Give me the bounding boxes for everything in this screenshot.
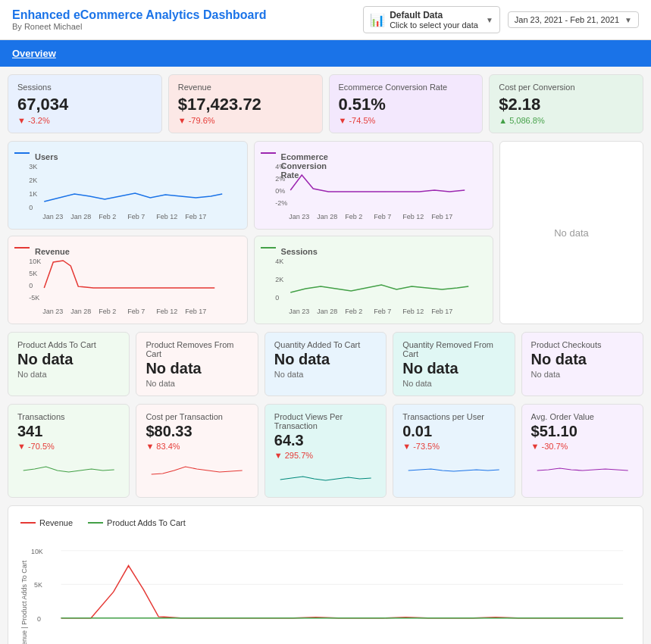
svg-text:Feb 2: Feb 2: [345, 213, 362, 220]
page-title: Enhanced eCommerce Analytics Dashboard: [12, 8, 267, 22]
cart-qty-removed-label: Quantity Removed From Cart: [402, 340, 505, 358]
sessions-chart-title: Sessions: [281, 247, 296, 249]
svg-text:Jan 23: Jan 23: [289, 213, 309, 220]
cost-per-transaction-value: $80.33: [146, 423, 248, 440]
svg-text:0: 0: [37, 615, 41, 623]
cost-per-conversion-value: $2.18: [499, 95, 634, 114]
avg-order-value-change: ▼ -30.7%: [531, 442, 634, 451]
trans-avg-order-value: Avg. Order Value $51.10 ▼ -30.7%: [521, 404, 643, 498]
svg-text:10K: 10K: [29, 258, 41, 265]
conversion-rate-change: ▼ -74.5%: [339, 116, 474, 125]
conversion-chart-title: Ecommerce Conversion Rate: [281, 152, 296, 154]
revenue-chart-svg: 10K 5K 0 -5K Jan 23 Jan 28 Feb 2 Feb 7 F…: [14, 255, 241, 315]
legend-product-adds: Product Adds To Cart: [88, 518, 186, 527]
svg-text:Feb 12: Feb 12: [402, 213, 424, 220]
cart-checkouts-value: No data: [531, 351, 634, 368]
trans-transactions: Transactions 341 ▼ -70.5%: [8, 404, 130, 498]
bottom-chart-inner: 10K 5K 0 -5K Jan 23 Jan 25 Jan 27 Jan 29…: [31, 535, 631, 644]
svg-text:0: 0: [275, 294, 279, 302]
revenue-change: ▼ -79.6%: [178, 116, 313, 125]
data-source-label: Default Data: [390, 10, 478, 20]
data-source-sublabel: Click to select your data: [390, 20, 478, 30]
revenue-legend-label: Revenue: [39, 518, 73, 527]
header-right: 📊 Default Data Click to select your data…: [363, 6, 639, 33]
nav-bar: Overview: [0, 40, 651, 67]
revenue-chart-line-icon: [14, 247, 30, 249]
users-chart-svg: 3K 2K 1K 0 Jan 23 Jan 28 Feb 2 Feb 7 Feb…: [14, 160, 241, 220]
svg-text:Jan 28: Jan 28: [317, 308, 337, 315]
sessions-value: 67,034: [17, 95, 152, 114]
chevron-down-icon: ▼: [624, 16, 632, 24]
cart-metric-checkouts: Product Checkouts No data No data: [521, 332, 643, 396]
svg-text:Feb 17: Feb 17: [431, 213, 452, 220]
svg-text:1K: 1K: [29, 190, 37, 198]
transactions-sparkline: [17, 455, 120, 478]
product-adds-legend-label: Product Adds To Cart: [107, 518, 186, 527]
svg-text:Jan 23: Jan 23: [289, 308, 309, 315]
cart-metric-qty-removed: Quantity Removed From Cart No data No da…: [393, 332, 515, 396]
svg-text:5K: 5K: [29, 270, 37, 277]
cart-qty-added-sub: No data: [274, 370, 377, 379]
svg-text:4K: 4K: [275, 258, 283, 265]
metric-cost-per-conversion: Cost per Conversion $2.18 ▲ 5,086.8%: [489, 74, 643, 133]
transactions-value: 341: [17, 423, 120, 440]
trans-cost-per-transaction: Cost per Transaction $80.33 ▼ 83.4%: [136, 404, 258, 498]
product-views-sparkline: [274, 464, 377, 487]
avg-order-value-label: Avg. Order Value: [531, 412, 634, 421]
nav-overview-link[interactable]: Overview: [12, 40, 56, 67]
sessions-chart: Sessions 4K 2K 0 Jan 23 Jan 28 Feb 2 Feb…: [254, 236, 494, 324]
svg-text:2%: 2%: [275, 175, 285, 183]
date-range-selector[interactable]: Jan 23, 2021 - Feb 21, 2021 ▼: [508, 11, 639, 28]
cart-metric-removes: Product Removes From Cart No data No dat…: [136, 332, 258, 396]
revenue-legend-dot: [20, 522, 36, 524]
svg-text:Feb 17: Feb 17: [431, 308, 452, 315]
sessions-label: Sessions: [17, 83, 152, 92]
date-range-label: Jan 23, 2021 - Feb 21, 2021: [515, 15, 619, 24]
cart-qty-added-value: No data: [274, 351, 377, 368]
no-data-label: No data: [554, 227, 589, 239]
metric-sessions: Sessions 67,034 ▼ -3.2%: [8, 74, 162, 133]
sessions-chart-line-icon: [261, 247, 276, 249]
cart-adds-sub: No data: [17, 370, 120, 379]
chart-icon: 📊: [370, 13, 385, 27]
svg-text:5K: 5K: [34, 581, 42, 589]
revenue-value: $17,423.72: [178, 95, 313, 114]
conversion-rate-value: 0.51%: [339, 95, 474, 114]
svg-text:0: 0: [29, 282, 33, 289]
cost-per-conversion-label: Cost per Conversion: [499, 83, 634, 92]
svg-text:Jan 23: Jan 23: [42, 308, 63, 315]
conversion-chart-line-icon: [261, 152, 276, 154]
cart-adds-value: No data: [17, 351, 120, 368]
transactions-label: Transactions: [17, 412, 120, 421]
cost-per-transaction-change: ▼ 83.4%: [146, 442, 248, 451]
users-chart: Users 3K 2K 1K 0 Jan 23 Jan 28 Feb 2 Feb…: [8, 141, 248, 230]
cost-per-transaction-sparkline: [146, 455, 248, 478]
svg-text:Jan 28: Jan 28: [70, 308, 91, 315]
svg-text:10K: 10K: [31, 548, 43, 555]
avg-order-sparkline: [531, 455, 634, 478]
metric-revenue: Revenue $17,423.72 ▼ -79.6%: [168, 74, 323, 133]
conversion-rate-label: Ecommerce Conversion Rate: [339, 83, 474, 92]
revenue-chart-title: Revenue: [35, 247, 50, 249]
cart-checkouts-sub: No data: [531, 370, 634, 379]
data-source-selector[interactable]: 📊 Default Data Click to select your data…: [363, 6, 500, 33]
transactions-change: ▼ -70.5%: [17, 442, 120, 451]
svg-text:0: 0: [29, 204, 33, 211]
svg-text:4%: 4%: [275, 163, 285, 170]
transactions-per-user-value: 0.01: [402, 423, 505, 440]
cart-removes-value: No data: [146, 360, 248, 377]
cart-qty-removed-value: No data: [402, 360, 505, 377]
svg-text:Feb 17: Feb 17: [185, 308, 206, 315]
cart-adds-label: Product Adds To Cart: [17, 340, 120, 349]
svg-text:Feb 2: Feb 2: [99, 213, 116, 220]
cart-removes-sub: No data: [146, 379, 248, 388]
svg-text:Feb 7: Feb 7: [127, 308, 145, 315]
bottom-chart: Revenue Product Adds To Cart Revenue | P…: [8, 505, 643, 644]
trans-product-views: Product Views Per Transaction 64.3 ▼ 295…: [264, 404, 387, 498]
svg-text:Jan 28: Jan 28: [317, 213, 337, 220]
transactions-per-user-change: ▼ -73.5%: [402, 442, 505, 451]
avg-order-value-value: $51.10: [531, 423, 634, 440]
cart-qty-removed-sub: No data: [402, 379, 505, 388]
product-views-change: ▼ 295.7%: [274, 451, 377, 460]
cart-metric-qty-added: Quantity Added To Cart No data No data: [264, 332, 387, 396]
